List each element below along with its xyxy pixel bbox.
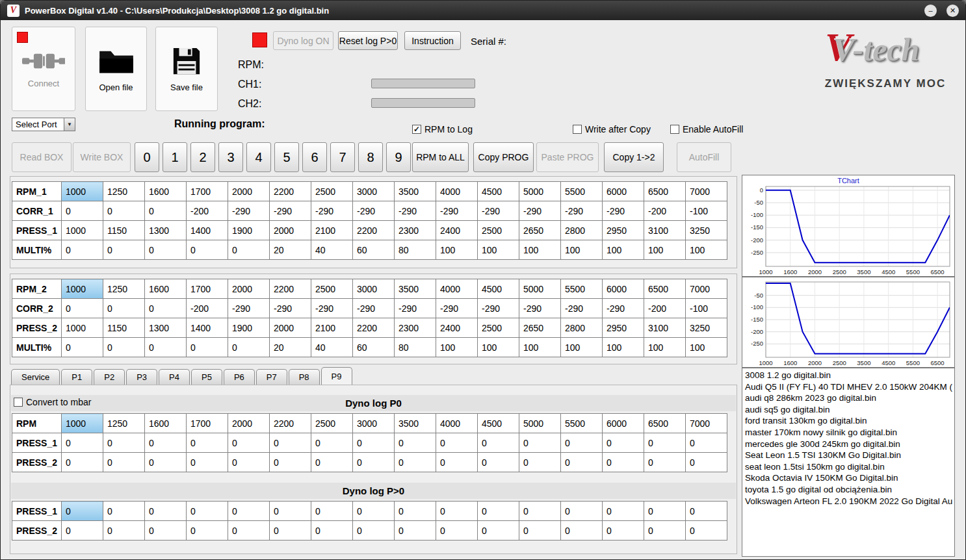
value-cell[interactable]: 0 bbox=[478, 433, 519, 453]
value-cell[interactable]: -200 bbox=[644, 299, 686, 318]
value-cell[interactable]: 100 bbox=[603, 338, 644, 357]
value-cell[interactable]: 0 bbox=[145, 299, 187, 318]
value-cell[interactable]: 0 bbox=[644, 502, 686, 521]
digit-button-6[interactable]: 6 bbox=[302, 142, 327, 172]
rpm-to-log-checkbox[interactable]: RPM to Log bbox=[412, 124, 473, 134]
value-cell[interactable]: 4000 bbox=[436, 279, 478, 299]
value-cell[interactable]: 0 bbox=[103, 338, 145, 357]
value-cell[interactable]: 100 bbox=[561, 338, 603, 357]
value-cell[interactable]: 0 bbox=[103, 521, 145, 541]
tab-service[interactable]: Service bbox=[11, 369, 60, 385]
value-cell[interactable]: 7000 bbox=[686, 182, 727, 201]
value-cell[interactable]: 4500 bbox=[478, 279, 519, 299]
value-cell[interactable]: 40 bbox=[311, 338, 353, 357]
file-list-item[interactable]: mercedes gle 300d 245km go digital.bin bbox=[742, 439, 954, 450]
value-cell[interactable]: 5000 bbox=[519, 279, 561, 299]
value-cell[interactable]: 6000 bbox=[603, 279, 644, 299]
digit-button-1[interactable]: 1 bbox=[163, 142, 187, 172]
value-cell[interactable]: 0 bbox=[62, 338, 103, 357]
tab-p9[interactable]: P9 bbox=[321, 367, 352, 385]
value-cell[interactable]: 0 bbox=[603, 453, 644, 472]
value-cell[interactable]: 2100 bbox=[311, 221, 353, 240]
value-cell[interactable]: -290 bbox=[228, 201, 270, 221]
value-cell[interactable]: 0 bbox=[145, 201, 187, 221]
value-cell[interactable]: 0 bbox=[478, 453, 519, 472]
value-cell[interactable]: -290 bbox=[395, 201, 436, 221]
dyno-log-on-button[interactable]: Dyno log ON bbox=[273, 31, 333, 50]
value-cell[interactable]: 6000 bbox=[603, 182, 644, 201]
value-cell[interactable]: 7000 bbox=[686, 414, 727, 433]
value-cell[interactable]: 1000 bbox=[62, 414, 103, 433]
value-cell[interactable]: 6500 bbox=[644, 279, 686, 299]
file-list-item[interactable]: Skoda Octavia IV 150KM Go Digital.bin bbox=[742, 472, 954, 484]
value-cell[interactable]: 0 bbox=[519, 521, 561, 541]
tab-p2[interactable]: P2 bbox=[94, 369, 125, 385]
value-cell[interactable]: 2950 bbox=[603, 318, 644, 338]
value-cell[interactable]: 0 bbox=[228, 240, 270, 260]
value-cell[interactable]: -290 bbox=[561, 201, 603, 221]
value-cell[interactable]: -290 bbox=[478, 201, 519, 221]
value-cell[interactable]: 2000 bbox=[228, 414, 270, 433]
value-cell[interactable]: 2500 bbox=[311, 414, 353, 433]
value-cell[interactable]: 0 bbox=[644, 433, 686, 453]
value-cell[interactable]: -290 bbox=[270, 201, 311, 221]
value-cell[interactable]: 0 bbox=[62, 433, 103, 453]
value-cell[interactable]: 0 bbox=[519, 453, 561, 472]
value-cell[interactable]: 2500 bbox=[478, 221, 519, 240]
value-cell[interactable]: 3000 bbox=[353, 414, 395, 433]
value-cell[interactable]: 2200 bbox=[270, 182, 311, 201]
value-cell[interactable]: 100 bbox=[478, 338, 519, 357]
value-cell[interactable]: 0 bbox=[228, 502, 270, 521]
value-cell[interactable]: 3100 bbox=[644, 318, 686, 338]
value-cell[interactable]: -290 bbox=[519, 299, 561, 318]
file-list-item[interactable]: ford transit 130km go digital.bin bbox=[742, 415, 954, 427]
digit-button-7[interactable]: 7 bbox=[330, 142, 355, 172]
value-cell[interactable]: 2500 bbox=[311, 279, 353, 299]
value-cell[interactable]: 0 bbox=[561, 453, 603, 472]
value-cell[interactable]: 0 bbox=[187, 521, 228, 541]
digit-button-9[interactable]: 9 bbox=[386, 142, 411, 172]
write-after-copy-checkbox[interactable]: Write after Copy bbox=[573, 124, 651, 134]
value-cell[interactable]: 0 bbox=[103, 201, 145, 221]
value-cell[interactable]: 0 bbox=[187, 502, 228, 521]
value-cell[interactable]: 1700 bbox=[187, 182, 228, 201]
value-cell[interactable]: 1400 bbox=[187, 318, 228, 338]
value-cell[interactable]: -290 bbox=[603, 201, 644, 221]
value-cell[interactable]: 3100 bbox=[644, 221, 686, 240]
copy-1-to-2-button[interactable]: Copy 1->2 bbox=[604, 142, 664, 172]
value-cell[interactable]: -290 bbox=[228, 299, 270, 318]
value-cell[interactable]: 2800 bbox=[561, 221, 603, 240]
digit-button-5[interactable]: 5 bbox=[274, 142, 299, 172]
value-cell[interactable]: 4500 bbox=[478, 414, 519, 433]
value-cell[interactable]: -290 bbox=[603, 299, 644, 318]
value-cell[interactable]: 0 bbox=[62, 502, 103, 521]
value-cell[interactable]: 100 bbox=[436, 338, 478, 357]
rpm-to-all-button[interactable]: RPM to ALL bbox=[412, 142, 469, 172]
value-cell[interactable]: 5500 bbox=[561, 414, 603, 433]
value-cell[interactable]: -290 bbox=[311, 201, 353, 221]
value-cell[interactable]: 1000 bbox=[62, 221, 103, 240]
value-cell[interactable]: -200 bbox=[644, 201, 686, 221]
value-cell[interactable]: 3500 bbox=[395, 279, 436, 299]
value-cell[interactable]: 0 bbox=[686, 433, 727, 453]
value-cell[interactable]: 0 bbox=[228, 433, 270, 453]
value-cell[interactable]: 20 bbox=[270, 240, 311, 260]
value-cell[interactable]: 4500 bbox=[478, 182, 519, 201]
convert-to-mbar-checkbox[interactable]: Convert to mbar bbox=[14, 397, 91, 407]
file-list-item[interactable]: audi sq5 go digital.bin bbox=[742, 404, 954, 416]
value-cell[interactable]: 0 bbox=[353, 433, 395, 453]
read-box-button[interactable]: Read BOX bbox=[12, 142, 72, 172]
value-cell[interactable]: 7000 bbox=[686, 279, 727, 299]
reset-log-button[interactable]: Reset log P>0 bbox=[338, 31, 398, 50]
value-cell[interactable]: 80 bbox=[395, 338, 436, 357]
value-cell[interactable]: 1250 bbox=[103, 279, 145, 299]
value-cell[interactable]: 4000 bbox=[436, 414, 478, 433]
instruction-button[interactable]: Instruction bbox=[404, 31, 461, 50]
value-cell[interactable]: 0 bbox=[436, 433, 478, 453]
value-cell[interactable]: 100 bbox=[436, 240, 478, 260]
value-cell[interactable]: 0 bbox=[311, 502, 353, 521]
value-cell[interactable]: 0 bbox=[187, 240, 228, 260]
value-cell[interactable]: 0 bbox=[519, 502, 561, 521]
file-list-item[interactable]: seat leon 1.5tsi 150km go digital.bin bbox=[742, 461, 954, 473]
file-list-item[interactable]: 3008 1.2 go digital.bin bbox=[742, 370, 954, 381]
